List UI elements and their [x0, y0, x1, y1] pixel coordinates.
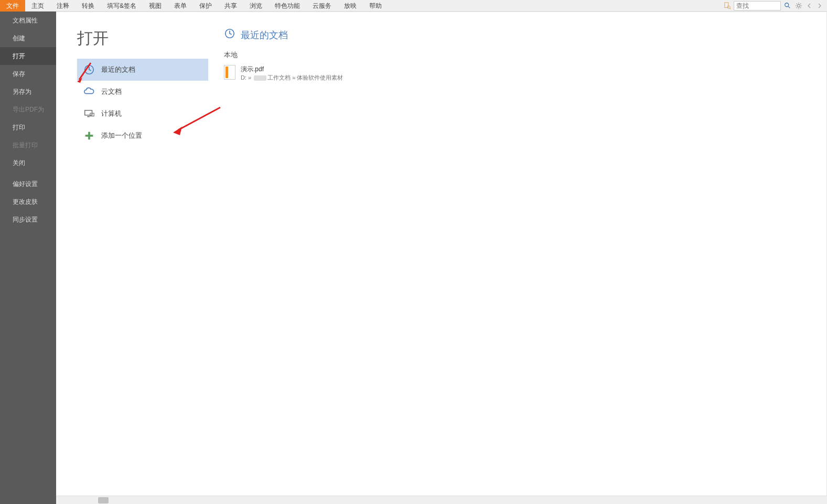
sidebar-item-batchprint[interactable]: 批量打印 — [0, 136, 56, 154]
menu-tab-label: 浏览 — [250, 2, 262, 9]
svg-line-10 — [797, 3, 797, 4]
location-computer[interactable]: 计算机 — [77, 103, 208, 125]
nav-next-icon[interactable] — [815, 2, 824, 10]
location-label: 添加一个位置 — [101, 131, 142, 140]
menu-tab-fillsign[interactable]: 填写&签名 — [101, 0, 143, 12]
local-section-label: 本地 — [224, 50, 826, 60]
menu-tab-help[interactable]: 帮助 — [363, 0, 388, 12]
menu-tab-label: 表单 — [174, 2, 187, 9]
sidebar-item-open[interactable]: 打开 — [0, 47, 56, 65]
svg-rect-15 — [85, 111, 92, 115]
svg-rect-0 — [725, 2, 728, 7]
svg-line-13 — [800, 3, 801, 4]
menu-tab-label: 转换 — [82, 2, 94, 9]
clock-icon — [224, 28, 235, 42]
cloud-icon — [83, 86, 95, 97]
menu-tab-label: 主页 — [31, 2, 44, 9]
sidebar-item-sync[interactable]: 同步设置 — [0, 211, 56, 228]
svg-line-11 — [800, 7, 801, 8]
menu-tab-browse[interactable]: 浏览 — [243, 0, 268, 12]
menu-tab-features[interactable]: 特色功能 — [268, 0, 306, 12]
horizontal-scrollbar[interactable] — [56, 496, 827, 504]
sidebar-item-label: 导出PDF为 — [13, 105, 44, 114]
menu-tab-slideshow[interactable]: 放映 — [338, 0, 363, 12]
computer-icon — [83, 108, 95, 119]
menu-tab-label: 云服务 — [313, 2, 331, 9]
clock-icon — [83, 64, 95, 75]
menu-tab-form[interactable]: 表单 — [168, 0, 193, 12]
menubar: 文件 主页 注释 转换 填写&签名 视图 表单 保护 共享 浏览 特色功能 云服… — [0, 0, 827, 12]
location-label: 最近的文档 — [101, 65, 135, 74]
sidebar-item-label: 偏好设置 — [13, 180, 38, 189]
sidebar-item-label: 打开 — [13, 52, 25, 61]
sidebar-item-preferences[interactable]: 偏好设置 — [0, 175, 56, 193]
location-label: 云文档 — [101, 87, 122, 96]
location-label: 计算机 — [101, 109, 122, 118]
sidebar-item-label: 批量打印 — [13, 141, 38, 150]
scrollbar-thumb[interactable] — [98, 497, 109, 503]
sidebar-item-label: 创建 — [13, 34, 25, 43]
sidebar-item-label: 另存为 — [13, 87, 31, 96]
menu-tab-comment[interactable]: 注释 — [50, 0, 76, 12]
location-cloud[interactable]: 云文档 — [77, 81, 208, 103]
locations-panel: 打开 最近的文档 云文档 计算机 — [56, 12, 208, 504]
location-recent[interactable]: 最近的文档 — [77, 59, 208, 81]
section-heading: 最近的文档 — [224, 28, 826, 42]
gear-icon[interactable] — [794, 2, 803, 10]
menu-tab-label: 共享 — [224, 2, 237, 9]
plus-icon — [83, 130, 95, 141]
content-panel: 最近的文档 本地 演示.pdf D: » 工作文档 » 体验软件使用素材 — [208, 12, 826, 504]
menu-tab-home[interactable]: 主页 — [25, 0, 50, 12]
section-heading-label: 最近的文档 — [241, 29, 288, 41]
recent-file-item[interactable]: 演示.pdf D: » 工作文档 » 体验软件使用素材 — [224, 63, 826, 84]
sidebar-item-docproperties[interactable]: 文档属性 — [0, 12, 56, 29]
search-go-icon[interactable] — [783, 1, 792, 10]
file-info: 演示.pdf D: » 工作文档 » 体验软件使用素材 — [241, 65, 343, 82]
menu-tab-label: 填写&签名 — [107, 2, 136, 9]
sidebar-item-label: 保存 — [13, 70, 25, 79]
body-area: 文档属性 创建 打开 保存 另存为 导出PDF为 打印 批量打印 关闭 偏好设置… — [0, 12, 827, 504]
menu-tab-label: 文件 — [6, 2, 19, 9]
menu-tab-label: 特色功能 — [275, 2, 300, 9]
page-title: 打开 — [77, 28, 208, 49]
sidebar-item-label: 更改皮肤 — [13, 198, 38, 206]
location-add[interactable]: 添加一个位置 — [77, 125, 208, 147]
sidebar-item-exportpdf[interactable]: 导出PDF为 — [0, 101, 56, 118]
svg-line-12 — [797, 7, 797, 8]
file-path: D: » 工作文档 » 体验软件使用素材 — [241, 74, 343, 82]
sidebar-item-label: 同步设置 — [13, 215, 38, 224]
menu-tab-label: 视图 — [149, 2, 162, 9]
menu-tab-share[interactable]: 共享 — [218, 0, 243, 12]
sidebar-item-label: 关闭 — [13, 159, 25, 168]
file-name: 演示.pdf — [241, 65, 343, 74]
file-path-mid: 工作文档 » 体验软件使用素材 — [267, 74, 343, 81]
menu-tab-convert[interactable]: 转换 — [76, 0, 101, 12]
sidebar-item-label: 打印 — [13, 123, 25, 132]
svg-point-5 — [797, 4, 800, 7]
nav-prev-icon[interactable] — [805, 2, 813, 10]
svg-point-3 — [785, 3, 789, 6]
menu-tab-protect[interactable]: 保护 — [193, 0, 218, 12]
sidebar-item-save[interactable]: 保存 — [0, 65, 56, 83]
svg-rect-16 — [87, 116, 90, 117]
menu-tab-view[interactable]: 视图 — [143, 0, 168, 12]
svg-line-2 — [729, 8, 731, 9]
sidebar-item-print[interactable]: 打印 — [0, 118, 56, 136]
search-doc-icon[interactable] — [723, 2, 732, 10]
sidebar-item-skin[interactable]: 更改皮肤 — [0, 193, 56, 211]
menu-tab-label: 注释 — [57, 2, 69, 9]
menu-tab-file[interactable]: 文件 — [0, 0, 25, 12]
menubar-right — [723, 1, 827, 10]
sidebar-item-saveas[interactable]: 另存为 — [0, 83, 56, 101]
redacted-text — [254, 75, 266, 81]
menu-tab-label: 帮助 — [369, 2, 382, 9]
menu-tab-cloud[interactable]: 云服务 — [306, 0, 338, 12]
svg-line-4 — [788, 6, 790, 8]
search-input[interactable] — [734, 1, 781, 10]
sidebar-item-create[interactable]: 创建 — [0, 29, 56, 47]
sidebar: 文档属性 创建 打开 保存 另存为 导出PDF为 打印 批量打印 关闭 偏好设置… — [0, 12, 56, 504]
menu-tab-label: 保护 — [199, 2, 212, 9]
sidebar-item-label: 文档属性 — [13, 16, 38, 25]
main-area: 打开 最近的文档 云文档 计算机 — [56, 12, 827, 504]
sidebar-item-close[interactable]: 关闭 — [0, 154, 56, 172]
